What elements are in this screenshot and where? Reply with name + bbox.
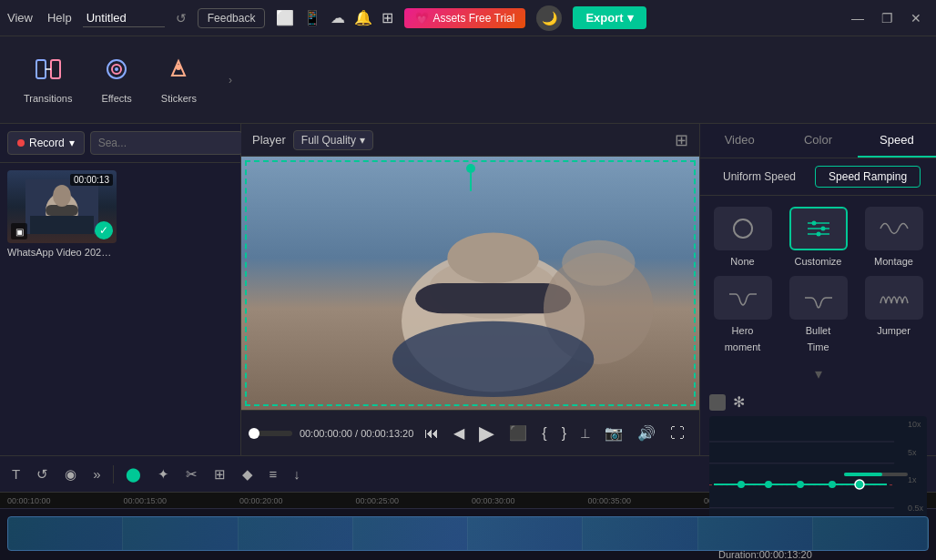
volume-button[interactable]: 🔊 — [634, 423, 659, 443]
clip-frame-3 — [353, 517, 468, 550]
clip-frame-7 — [813, 517, 928, 550]
speed-icon-bullet-time — [789, 276, 848, 320]
subtab-uniform-speed[interactable]: Uniform Speed — [709, 166, 809, 188]
monitor-icon: ⬜ — [276, 9, 294, 26]
tab-color[interactable]: Color — [778, 124, 857, 158]
tool-keyframe[interactable]: ◆ — [238, 463, 258, 485]
effects-icon — [103, 56, 130, 89]
feedback-button[interactable]: Feedback — [198, 8, 266, 28]
record-button[interactable]: Record ▾ — [7, 131, 85, 155]
record-label: Record — [29, 137, 65, 149]
restore-button[interactable]: ❐ — [874, 5, 900, 31]
bell-icon: 🔔 — [354, 9, 372, 26]
minimize-button[interactable]: — — [845, 5, 870, 31]
toolbar-stickers[interactable]: Stickers — [148, 48, 209, 111]
search-input[interactable] — [90, 131, 243, 155]
speed-option-bullet-time[interactable]: Bullet Time — [785, 276, 851, 352]
svg-point-18 — [562, 240, 635, 286]
media-thumbnail: 00:00:13 ✓ ▣ — [7, 170, 117, 243]
tab-speed[interactable]: Speed — [858, 124, 936, 158]
speed-icon-jumper — [865, 276, 923, 320]
heart-icon: 💗 — [415, 12, 429, 25]
media-selected-icon: ✓ — [95, 221, 113, 239]
speed-option-none[interactable]: None — [709, 207, 776, 267]
chart-settings-icon[interactable] — [709, 394, 726, 411]
zoom-fill — [844, 473, 882, 476]
speed-option-customize[interactable]: Customize — [785, 207, 851, 267]
svg-point-6 — [176, 65, 181, 70]
speed-option-hero-moment[interactable]: Hero moment — [709, 276, 776, 352]
player-screen — [241, 157, 699, 410]
tool-undo[interactable]: ↺ — [32, 463, 53, 485]
svg-rect-11 — [30, 216, 94, 234]
clip-frame-2 — [239, 517, 353, 550]
speed-option-jumper[interactable]: Jumper — [860, 276, 927, 352]
clip-frame-0 — [8, 517, 123, 550]
tool-magnet[interactable]: ⬤ — [121, 463, 146, 485]
speed-label-jumper: Jumper — [877, 325, 911, 336]
tool-effects-timeline[interactable]: ✦ — [153, 463, 174, 485]
export-button[interactable]: Export ▾ — [573, 6, 646, 29]
step-back-button[interactable]: ◀ — [450, 423, 468, 443]
tool-markers[interactable]: ≡ — [265, 463, 282, 484]
tool-grid[interactable]: ⊞ — [209, 463, 230, 485]
fullscreen-player-button[interactable]: ⛶ — [666, 423, 688, 443]
clip-frames — [8, 517, 928, 550]
record-chevron-icon: ▾ — [69, 137, 75, 149]
clip-frame-5 — [583, 517, 697, 550]
speed-label-customize: Customize — [795, 256, 842, 267]
progress-thumb[interactable] — [249, 428, 259, 439]
timeline-clip[interactable] — [7, 516, 929, 551]
zoom-slider[interactable] — [844, 473, 908, 476]
time-display: 00:00:00:00 / 00:00:13:20 — [300, 428, 413, 439]
tool-loop[interactable]: ◉ — [60, 463, 81, 485]
svg-point-10 — [53, 185, 71, 207]
stop-button[interactable]: ⬛ — [505, 423, 531, 443]
titlebar-icons: ⬜ 📱 ☁ 🔔 ⊞ — [276, 9, 393, 26]
expand-more-icon[interactable]: ▾ — [700, 363, 936, 384]
speed-icon-hero-moment — [714, 276, 772, 320]
media-name: WhatsApp Video 2023-10-05... — [7, 247, 117, 258]
menu-view[interactable]: View — [7, 11, 33, 25]
ruler-mark-2: 00:00:20:00 — [239, 496, 356, 505]
titlebar-left: View Help ↺ Feedback ⬜ 📱 ☁ 🔔 ⊞ 💗 Assets … — [7, 5, 830, 31]
skip-back-button[interactable]: ⏮ — [421, 423, 443, 443]
snapshot-button[interactable]: 📷 — [601, 423, 626, 443]
speed-label-hero-moment-2: moment — [725, 341, 761, 352]
svg-point-33 — [765, 481, 772, 488]
toolbar-effects[interactable]: Effects — [88, 48, 144, 111]
fullscreen-icon[interactable]: ⊞ — [675, 130, 688, 150]
list-item[interactable]: 00:00:13 ✓ ▣ WhatsApp Video 2023-10-05..… — [7, 170, 117, 258]
play-button[interactable]: ▶ — [475, 420, 498, 447]
stickers-icon — [165, 56, 192, 89]
time-total: 00:00:13:20 — [361, 428, 413, 439]
assets-label: Assets Free Trial — [432, 12, 514, 25]
tab-video[interactable]: Video — [700, 124, 778, 158]
mark-in-button[interactable]: { — [538, 423, 550, 443]
quality-selector[interactable]: Full Quality ▾ — [293, 130, 373, 150]
speed-option-montage[interactable]: Montage — [860, 207, 927, 267]
project-name-input[interactable] — [83, 9, 165, 27]
tool-more[interactable]: » — [88, 463, 105, 484]
theme-button[interactable]: 🌙 — [536, 5, 562, 31]
toolbar-transitions[interactable]: Transitions — [11, 48, 85, 111]
progress-bar[interactable] — [252, 431, 292, 436]
media-toolbar: Record ▾ ⚙ ··· — [0, 124, 240, 163]
mark-out-button[interactable]: } — [558, 423, 570, 443]
subtab-speed-ramping[interactable]: Speed Ramping — [815, 166, 921, 188]
menu-help[interactable]: Help — [47, 11, 72, 25]
tool-download[interactable]: ↓ — [289, 463, 305, 484]
split-button[interactable]: ⟂ — [577, 423, 594, 443]
svg-point-19 — [392, 321, 594, 397]
tool-cut[interactable]: ✂ — [181, 463, 202, 485]
clip-frame-1 — [123, 517, 238, 550]
assets-button[interactable]: 💗 Assets Free Trial — [404, 8, 525, 28]
speed-subtabs: Uniform Speed Speed Ramping — [700, 158, 936, 196]
toolbar: Transitions Effects Stickers › — [0, 36, 936, 124]
speed-label-bullet-time-2: Time — [807, 341, 829, 352]
toolbar-expand[interactable]: › — [217, 66, 244, 94]
tool-text[interactable]: T — [7, 463, 25, 484]
svg-point-36 — [855, 480, 864, 489]
close-button[interactable]: ✕ — [903, 5, 929, 31]
ruler-mark-5: 00:00:35:00 — [588, 496, 705, 505]
